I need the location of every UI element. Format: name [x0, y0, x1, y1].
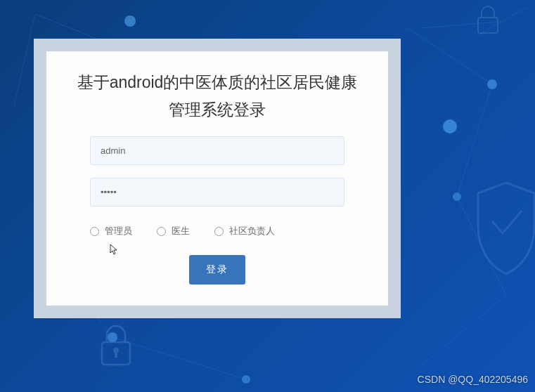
role-radio-group: 管理员 医生 社区负责人	[90, 219, 344, 237]
radio-icon	[90, 227, 99, 236]
svg-rect-22	[115, 352, 117, 358]
svg-line-10	[14, 14, 35, 105]
username-input[interactable]	[90, 136, 344, 165]
svg-line-4	[112, 337, 246, 379]
radio-icon	[214, 227, 224, 236]
login-form-container: 基于android的中医体质的社区居民健康管理系统登录 管理员 医生 社区负责人…	[46, 51, 388, 306]
login-button-container: 登录	[71, 255, 363, 285]
svg-point-12	[124, 15, 136, 27]
svg-line-11	[478, 7, 527, 35]
radio-admin[interactable]: 管理员	[90, 225, 132, 237]
radio-label: 管理员	[105, 225, 132, 237]
watermark: CSDN @QQ_402205496	[418, 374, 528, 385]
svg-line-9	[422, 21, 506, 28]
svg-point-16	[487, 79, 497, 89]
radio-community-leader[interactable]: 社区负责人	[214, 225, 275, 237]
svg-point-14	[108, 332, 117, 342]
radio-icon	[157, 227, 166, 236]
svg-line-8	[422, 295, 506, 365]
svg-point-17	[453, 192, 461, 201]
password-input[interactable]	[90, 178, 344, 207]
login-title: 基于android的中医体质的社区居民健康管理系统登录	[71, 69, 363, 124]
svg-point-15	[242, 375, 250, 384]
login-button[interactable]: 登录	[189, 255, 245, 285]
radio-label: 社区负责人	[229, 225, 275, 237]
svg-line-6	[457, 84, 492, 197]
svg-line-5	[408, 28, 492, 84]
svg-point-18	[443, 119, 457, 133]
login-panel: 基于android的中医体质的社区居民健康管理系统登录 管理员 医生 社区负责人…	[34, 39, 401, 318]
radio-label: 医生	[172, 225, 190, 237]
radio-doctor[interactable]: 医生	[157, 225, 190, 237]
